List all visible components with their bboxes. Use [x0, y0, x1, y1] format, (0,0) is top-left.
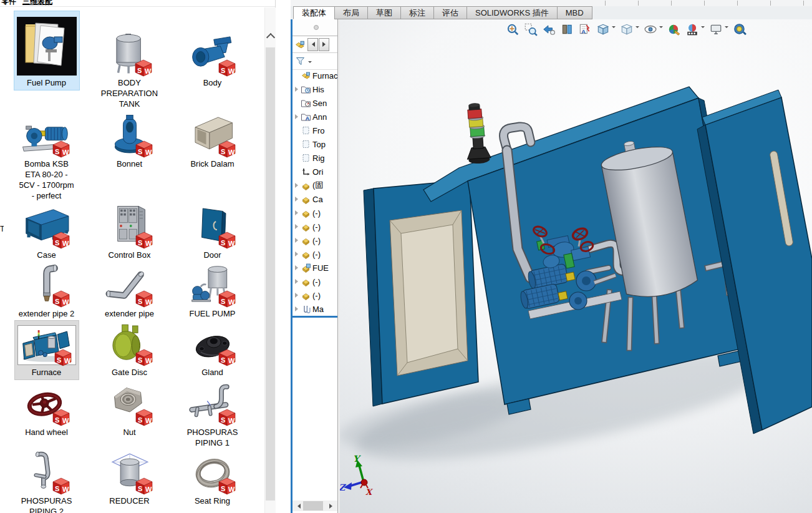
tree-item-folder-sensors-2[interactable]: Sen	[292, 96, 337, 110]
expand-chevron-icon[interactable]	[294, 196, 301, 203]
part-tile[interactable]: S WGland	[183, 321, 243, 379]
hscroll-thumb[interactable]	[303, 501, 323, 511]
part-tile[interactable]: S WBonnet	[100, 116, 160, 171]
scrollbar-thumb[interactable]	[266, 47, 275, 501]
expand-chevron-icon[interactable]	[294, 292, 301, 299]
part-item-furnace[interactable]: S WFurnace	[5, 321, 88, 379]
part-item-body-preparation-tank[interactable]: S WBODYPREPARATIONTANK	[88, 11, 171, 111]
part-item-seat-ring[interactable]: S WSeat Ring	[171, 452, 254, 513]
part-tile[interactable]: S WPHOSPURASPIPING 2	[17, 452, 77, 513]
part-tile[interactable]: S WHand wheel	[17, 382, 77, 439]
tree-item-plane-5[interactable]: Top	[292, 137, 337, 151]
part-tile[interactable]: Fuel Pump	[14, 11, 79, 90]
tab-标注[interactable]: 标注	[400, 6, 433, 19]
part-tile[interactable]: S WCase	[17, 205, 77, 262]
explorer-scrollbar[interactable]	[264, 7, 276, 513]
tree-item-part-11[interactable]: (-)	[292, 220, 337, 233]
tab-布局[interactable]: 布局	[334, 6, 367, 19]
part-item-phospuras-piping-1[interactable]: S WPHOSPURASPIPING 1	[171, 382, 254, 450]
part-item-fuel-pump[interactable]: S WFUEL PUMP	[171, 263, 254, 321]
part-tile[interactable]: S Wextender pipe	[100, 263, 160, 321]
tab-solidworks-addins[interactable]: SOLIDWORKS 插件	[466, 6, 557, 19]
tree-item-part-15[interactable]: (-)	[292, 275, 337, 288]
part-item-bomba-ksb-eta-80-20-5cv-1700rpm-perfect[interactable]: S WBomba KSBETA 80-20 -5CV - 1700rpm- pe…	[5, 116, 88, 203]
part-tile[interactable]: S WFurnace	[15, 321, 79, 379]
part-item-extender-pipe[interactable]: S Wextender pipe	[88, 263, 171, 321]
part-tile[interactable]: S Wextender pipe 2	[16, 263, 77, 321]
part-item-brick-dalam[interactable]: S WBrick Dalam	[171, 116, 254, 203]
part-tile[interactable]: S WFUEL PUMP	[183, 263, 243, 321]
part-item-hand-wheel[interactable]: S WHand wheel	[5, 382, 88, 450]
part-tile[interactable]: S WPHOSPURASPIPING 1	[183, 382, 243, 450]
scroll-up-icon[interactable]	[265, 30, 276, 42]
part-item-nut[interactable]: S WNut	[88, 382, 171, 450]
expand-chevron-icon[interactable]	[294, 265, 301, 271]
part-tile[interactable]: S WREDUCER	[100, 452, 160, 508]
tab-草图[interactable]: 草图	[367, 6, 400, 19]
tree-item-part-8[interactable]: (固	[292, 178, 337, 192]
command-manager-tabs: 装配体布局草图标注评估SOLIDWORKS 插件MBD	[293, 6, 592, 19]
expand-chevron-icon[interactable]	[294, 86, 301, 93]
part-tile[interactable]: S WSeat Ring	[183, 452, 243, 508]
part-tile[interactable]: S WGate Disc	[100, 321, 160, 379]
part-item-case[interactable]: S WCase	[5, 205, 88, 262]
part-item-door[interactable]: S WDoor	[171, 205, 254, 262]
tree-item-folder-annotations-3[interactable]: AAnn	[292, 110, 337, 124]
svg-text:W: W	[228, 67, 235, 75]
expand-chevron-icon[interactable]	[294, 306, 301, 313]
ribbon-separator	[803, 1, 804, 6]
part-tile[interactable]: S WNut	[100, 382, 160, 439]
part-tile[interactable]: S WBody	[183, 11, 243, 90]
expand-chevron-icon[interactable]	[294, 251, 301, 258]
part-item-fuel-pump[interactable]: Fuel Pump	[5, 11, 88, 111]
expand-chevron-icon[interactable]	[294, 210, 301, 217]
tab-评估[interactable]: 评估	[433, 6, 466, 19]
part-label: PHOSPURASPIPING 2	[21, 496, 72, 513]
scroll-left-icon[interactable]	[292, 501, 303, 511]
part-tile[interactable]: S WDoor	[183, 205, 243, 262]
tree-item-origin-7[interactable]: Ori	[292, 165, 337, 178]
part-tile[interactable]: S WBODYPREPARATIONTANK	[99, 11, 160, 111]
part-item-control-box[interactable]: S WControl Box	[88, 205, 171, 262]
part-item-extender-pipe-2[interactable]: S Wextender pipe 2	[5, 263, 88, 321]
part-item-bonnet[interactable]: S WBonnet	[88, 116, 171, 203]
tree-item-plane-6[interactable]: Rig	[292, 151, 337, 165]
expand-chevron-icon[interactable]	[294, 223, 301, 230]
tree-item-part-10[interactable]: (-)	[292, 206, 337, 220]
tree-item-part-9[interactable]: Ca	[292, 192, 337, 206]
part-item-gland[interactable]: S WGland	[171, 321, 254, 379]
filter-dropdown-caret[interactable]	[308, 61, 312, 65]
expand-chevron-icon[interactable]	[294, 182, 301, 189]
furnace-left-panel[interactable]	[364, 180, 478, 406]
tree-item-part-12[interactable]: (-)	[292, 233, 337, 247]
tree-item-mates-17[interactable]: Ma	[292, 302, 337, 316]
assembly-tab-icon[interactable]	[294, 39, 306, 50]
tree-item-plane-4[interactable]: Fro	[292, 124, 337, 137]
tab-mbd[interactable]: MBD	[557, 6, 592, 19]
expand-chevron-icon[interactable]	[294, 278, 301, 285]
tree-item-part-16[interactable]: (-)	[292, 288, 337, 302]
tree-item-part-13[interactable]: (-)	[292, 247, 337, 261]
part-item-phospuras-piping-2[interactable]: S WPHOSPURASPIPING 2	[5, 452, 88, 513]
panel-scroll-left-button[interactable]	[307, 38, 318, 51]
feature-tree-filter[interactable]	[292, 53, 337, 70]
expand-chevron-icon[interactable]	[294, 237, 301, 244]
expand-chevron-icon[interactable]	[294, 114, 301, 120]
tab-assembly[interactable]: 装配体	[293, 6, 334, 19]
tree-item-assembly-0[interactable]: Furnac	[292, 69, 337, 82]
part-item-reducer[interactable]: S WREDUCER	[88, 452, 171, 513]
graphics-area[interactable]: A	[340, 19, 812, 513]
tree-item-folder-history-1[interactable]: His	[292, 82, 337, 96]
scroll-right-icon[interactable]	[327, 501, 337, 511]
part-tile[interactable]: S WControl Box	[100, 205, 160, 262]
part-item-body[interactable]: S WBody	[171, 11, 254, 111]
tree-horizontal-scrollbar[interactable]	[292, 501, 337, 511]
svg-text:S: S	[138, 356, 142, 364]
part-item-gate-disc[interactable]: S WGate Disc	[88, 321, 171, 379]
furnace-assembly-model[interactable]: Y Z X	[340, 19, 812, 513]
signal-tower[interactable]	[463, 102, 491, 164]
part-tile[interactable]: S WBrick Dalam	[183, 116, 243, 171]
tree-item-subassembly-14[interactable]: FUE	[292, 261, 337, 275]
part-tile[interactable]: S WBomba KSBETA 80-20 -5CV - 1700rpm- pe…	[16, 116, 76, 203]
panel-scroll-right-button[interactable]	[319, 38, 329, 51]
